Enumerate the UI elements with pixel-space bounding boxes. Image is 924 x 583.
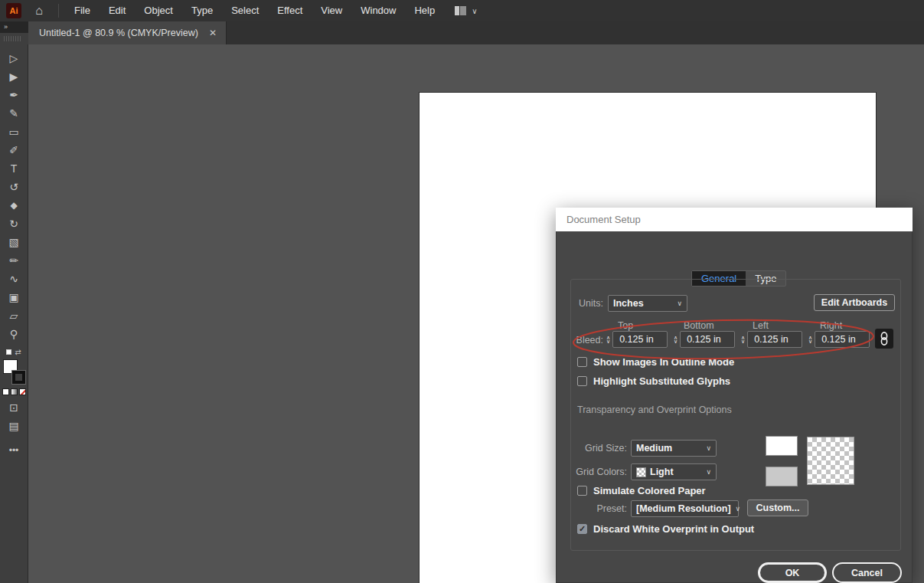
dialog-title: Document Setup [566, 214, 641, 225]
gradient-chip[interactable] [11, 388, 18, 395]
transparency-section-title: Transparency and Overprint Options [577, 404, 732, 415]
link-bleed-values-icon[interactable] [875, 329, 893, 349]
workspace-layout-icon [455, 6, 467, 15]
bleed-top-field[interactable]: 0.125 in [612, 331, 668, 348]
screen-mode-icon[interactable]: ▤ [3, 417, 24, 435]
fill-stroke-control[interactable] [2, 359, 25, 384]
paper-white-swatch [766, 436, 798, 456]
toolbar-collapse-icon[interactable]: » [0, 21, 28, 33]
chevron-down-icon: ∨ [736, 505, 741, 513]
menu-file[interactable]: File [65, 0, 100, 21]
paper-gray-swatch [766, 467, 798, 486]
checkbox-icon[interactable] [577, 376, 587, 386]
preset-dropdown[interactable]: [Medium Resolution] ∨ [631, 500, 739, 517]
menu-view[interactable]: View [312, 0, 351, 21]
rotate-tool-icon[interactable]: ↺ [3, 178, 24, 196]
gradient-tool-icon[interactable]: ▧ [3, 233, 24, 251]
type-tool-icon[interactable]: T [3, 159, 24, 178]
bleed-left-field[interactable]: 0.125 in [747, 331, 802, 348]
checkbox-label: Discard White Overprint in Output [593, 523, 754, 535]
grid-colors-value: Light [650, 467, 701, 477]
color-type-row [2, 388, 26, 395]
units-dropdown[interactable]: Inches ∨ [608, 295, 687, 312]
dialog-body: General Type Units: Inches ∨ Edit Artboa… [556, 231, 913, 583]
simulate-colored-paper-checkbox[interactable]: Simulate Colored Paper [577, 485, 706, 496]
highlight-glyphs-checkbox[interactable]: Highlight Substituted Glyphs [577, 375, 730, 387]
dialog-titlebar[interactable]: Document Setup [556, 208, 913, 231]
grid-size-label: Grid Size: [557, 443, 627, 454]
checkbox-label: Highlight Substituted Glyphs [593, 375, 730, 387]
checkbox-icon[interactable] [577, 357, 587, 367]
grid-colors-dropdown[interactable]: Light ∨ [631, 463, 717, 480]
checkbox-icon[interactable] [577, 486, 587, 496]
menu-select[interactable]: Select [222, 0, 268, 21]
selection-tool-icon[interactable]: ▷ [3, 49, 24, 67]
rotate-view-tool-icon[interactable]: ↻ [3, 215, 24, 233]
document-tab-bar: Untitled-1 @ 80.9 % (CMYK/Preview) ✕ [28, 21, 924, 44]
menu-window[interactable]: Window [351, 0, 405, 21]
workspace-switcher[interactable]: ∨ [455, 6, 477, 15]
color-chip[interactable] [2, 388, 9, 395]
chevron-down-icon: ∨ [706, 468, 711, 476]
units-label: Units: [557, 298, 603, 309]
curvature-tool-icon[interactable]: ✎ [3, 104, 24, 123]
cancel-button[interactable]: Cancel [832, 562, 902, 583]
discard-white-overprint-checkbox[interactable]: ✓ Discard White Overprint in Output [577, 523, 754, 535]
artboard-tool-icon[interactable]: ▱ [3, 306, 24, 325]
menu-type[interactable]: Type [182, 0, 222, 21]
chain-icon [879, 332, 890, 346]
more-tools-icon[interactable]: ••• [3, 441, 24, 460]
menu-effect[interactable]: Effect [268, 0, 312, 21]
swap-fill-stroke-icon[interactable]: ⇄ [6, 348, 21, 356]
pen-tool-icon[interactable]: ✒ [3, 86, 24, 104]
bleed-label: Bleed: [557, 335, 603, 346]
document-tab[interactable]: Untitled-1 @ 80.9 % (CMYK/Preview) ✕ [28, 21, 227, 44]
stroke-color-swatch[interactable] [12, 371, 25, 384]
chevron-down-icon: ∨ [677, 300, 682, 307]
menu-help[interactable]: Help [405, 0, 444, 21]
bleed-right-stepper[interactable]: ∧∨ [808, 336, 812, 343]
show-images-outline-checkbox[interactable]: Show Images In Outline Mode [577, 356, 734, 368]
menu-divider [58, 4, 59, 18]
toolbar: ▷ ▶ ✒ ✎ ▭ ✐ T ↺ ◆ ↻ ▧ ✏ ∿ ▣ ▱ ⚲ ⇄ ⊡ ▤ ••… [0, 44, 28, 583]
paintbrush-tool-icon[interactable]: ✐ [3, 141, 24, 159]
bleed-bottom-stepper[interactable]: ∧∨ [674, 336, 677, 343]
direct-selection-tool-icon[interactable]: ▶ [3, 67, 24, 86]
menu-edit[interactable]: Edit [100, 0, 135, 21]
bleed-right-field[interactable]: 0.125 in [815, 331, 870, 348]
bleed-top-stepper[interactable]: ∧∨ [606, 336, 610, 343]
shape-builder-tool-icon[interactable]: ▣ [3, 288, 24, 306]
custom-button[interactable]: Custom... [747, 499, 808, 516]
transparency-grid-preview [807, 437, 854, 485]
grid-colors-label: Grid Colors: [557, 467, 627, 477]
bleed-right-label: Right [820, 320, 842, 331]
draw-mode-icon[interactable]: ⊡ [3, 398, 24, 417]
eraser-tool-icon[interactable]: ◆ [3, 196, 24, 215]
bleed-bottom-group: ∧∨ 0.125 in [674, 331, 735, 348]
ok-button[interactable]: OK [758, 562, 827, 583]
bleed-left-stepper[interactable]: ∧∨ [741, 336, 745, 343]
illustrator-app-icon[interactable]: Ai [6, 3, 21, 18]
rectangle-tool-icon[interactable]: ▭ [3, 123, 24, 141]
eyedropper-tool-icon[interactable]: ✏ [3, 251, 24, 270]
zoom-tool-icon[interactable]: ⚲ [3, 325, 24, 343]
edit-artboards-button[interactable]: Edit Artboards [814, 294, 895, 311]
chevron-down-icon: ∨ [472, 7, 477, 15]
document-tab-title: Untitled-1 @ 80.9 % (CMYK/Preview) [39, 28, 198, 38]
preset-value: [Medium Resolution] [636, 503, 731, 514]
home-icon[interactable]: ⌂ [28, 4, 51, 18]
checkbox-label: Simulate Colored Paper [593, 485, 706, 496]
bleed-left-group: ∧∨ 0.125 in [741, 331, 802, 348]
menu-bar: Ai ⌂ File Edit Object Type Select Effect… [0, 0, 924, 21]
grid-size-dropdown[interactable]: Medium ∨ [631, 440, 717, 457]
menu-object[interactable]: Object [135, 0, 182, 21]
illustrator-window: Ai ⌂ File Edit Object Type Select Effect… [0, 0, 924, 583]
none-chip[interactable] [19, 388, 26, 395]
bleed-top-group: ∧∨ 0.125 in [606, 331, 668, 348]
checkbox-checked-icon[interactable]: ✓ [577, 524, 587, 534]
units-value: Inches [613, 298, 672, 309]
close-tab-icon[interactable]: ✕ [209, 28, 217, 38]
toolbar-grip[interactable] [0, 33, 28, 44]
shaper-tool-icon[interactable]: ∿ [3, 270, 24, 288]
bleed-bottom-field[interactable]: 0.125 in [680, 331, 735, 348]
